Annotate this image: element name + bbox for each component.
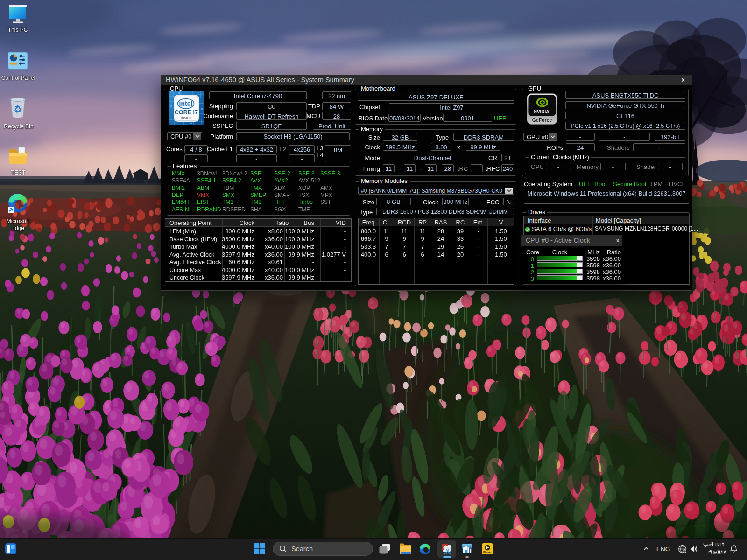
svg-text:GeForce: GeForce [532,117,552,123]
svg-text:Player: Player [483,551,492,553]
svg-text:NVIDIA.: NVIDIA. [534,109,551,114]
